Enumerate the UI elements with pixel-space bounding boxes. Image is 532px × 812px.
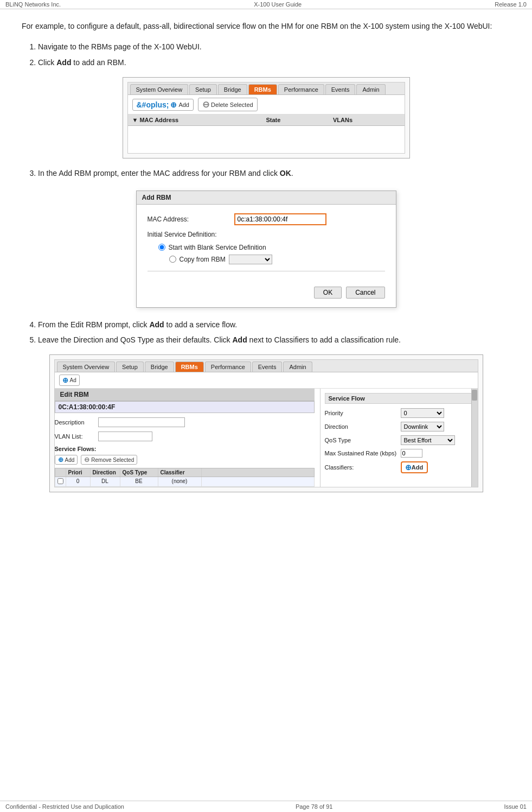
step-5: Leave the Direction and QoS Type as thei… xyxy=(38,334,510,346)
edit-nav-setup[interactable]: Setup xyxy=(116,361,144,372)
edit-rbm-screenshot: System Overview Setup Bridge RBMs Perfor… xyxy=(49,354,483,492)
add-button[interactable]: &#oplus; ⊕ Add xyxy=(132,99,194,111)
classifiers-label: Classifiers: xyxy=(325,464,401,471)
delete-selected-button[interactable]: ⊖ Delete Selected xyxy=(198,98,258,111)
edit-nav-rbms[interactable]: RBMs xyxy=(175,361,204,372)
classifiers-add-icon: ⊕ xyxy=(405,463,412,472)
mac-address-label: MAC Address: xyxy=(148,215,234,223)
sf-row-qos: BE xyxy=(120,477,158,486)
qos-select[interactable]: Best Effort xyxy=(401,435,455,445)
sf-table-row[interactable]: 0 DL BE (none) xyxy=(55,477,315,487)
dialog-body: MAC Address: Initial Service Definition:… xyxy=(137,205,396,287)
nav-tab-performance[interactable]: Performance xyxy=(278,84,324,94)
edit-desc-row: Description xyxy=(55,417,315,427)
edit-nav-admin[interactable]: Admin xyxy=(283,361,312,372)
nav-bar: System Overview Setup Bridge RBMs Perfor… xyxy=(128,83,405,95)
nav-tab-events[interactable]: Events xyxy=(325,84,356,94)
footer-left: Confidential - Restricted Use and Duplic… xyxy=(5,803,124,810)
cancel-button[interactable]: Cancel xyxy=(346,287,384,299)
radio-copy-label: Copy from RBM xyxy=(180,256,226,263)
radio-blank-input[interactable] xyxy=(158,244,165,251)
rbms-toolbar: &#oplus; ⊕ Add ⊖ Delete Selected xyxy=(128,95,405,115)
sf-add-button[interactable]: ⊕ Add xyxy=(55,455,78,465)
edit-desc-input[interactable] xyxy=(98,417,185,427)
nav-tab-setup[interactable]: Setup xyxy=(189,84,217,94)
sf-th-check xyxy=(55,468,66,477)
dialog-footer: OK Cancel xyxy=(137,287,396,307)
rbms-screenshot-inner: System Overview Setup Bridge RBMs Perfor… xyxy=(127,82,405,154)
edit-nav-events[interactable]: Events xyxy=(252,361,283,372)
sf-table-header: Priori Direction QoS Type Classifier xyxy=(55,468,315,477)
edit-rbm-panels: Edit RBM 0C:A1:38:00:00:4F Description V… xyxy=(55,389,478,487)
steps-list: Navigate to the RBMs page of the X-100 W… xyxy=(38,41,510,68)
max-rate-input[interactable] xyxy=(401,449,422,458)
radio-group: Start with Blank Service Definition Copy… xyxy=(158,244,385,264)
step-4: From the Edit RBM prompt, click Add to a… xyxy=(38,319,510,331)
direction-select[interactable]: Downlink xyxy=(401,422,444,432)
sf-plus-icon: ⊕ xyxy=(58,456,63,464)
nav-tab-bridge[interactable]: Bridge xyxy=(218,84,247,94)
sort-arrow: ▼ xyxy=(132,117,140,123)
right-maxrate-label: Max Sustained Rate (kbps) xyxy=(325,450,401,456)
col-state-header: State xyxy=(266,117,334,123)
step-3: In the Add RBM prompt, enter the MAC add… xyxy=(38,167,510,179)
edit-vlan-input[interactable] xyxy=(98,432,152,441)
radio-copy-input[interactable] xyxy=(169,256,176,263)
nav-tab-system-overview[interactable]: System Overview xyxy=(130,84,189,94)
step-3-container: In the Add RBM prompt, enter the MAC add… xyxy=(22,167,510,179)
nav-tab-admin[interactable]: Admin xyxy=(356,84,385,94)
edit-plus-icon: ⊕ xyxy=(62,376,68,384)
sf-toolbar: ⊕ Add ⊖ Remove Selected xyxy=(55,455,315,465)
copy-from-select[interactable] xyxy=(229,255,272,264)
edit-right-panel: Service Flow Priority 0 Direction Downli… xyxy=(321,389,478,487)
minus-circle-icon: ⊖ xyxy=(202,99,209,110)
step-3-list: In the Add RBM prompt, enter the MAC add… xyxy=(38,167,510,179)
dialog-title: Add RBM xyxy=(137,191,396,205)
sf-minus-icon: ⊖ xyxy=(84,456,89,464)
header-center: X-100 User Guide xyxy=(254,1,302,8)
steps-4-5-container: From the Edit RBM prompt, click Add to a… xyxy=(22,319,510,346)
main-content: For example, to configure a default, pas… xyxy=(0,9,532,534)
sf-remove-button[interactable]: ⊖ Remove Selected xyxy=(81,455,137,465)
sf-th-qos: QoS Type xyxy=(120,468,158,477)
radio-blank-label: Start with Blank Service Definition xyxy=(169,244,266,251)
dialog-divider xyxy=(148,271,385,271)
step-4-text: From the Edit RBM prompt, click Add to a… xyxy=(38,320,237,329)
edit-rbm-title: Edit RBM xyxy=(55,389,315,401)
edit-nav-system-overview[interactable]: System Overview xyxy=(57,361,116,372)
rbms-table-header: ▼ MAC Address State VLANs xyxy=(128,115,405,126)
right-direction-label: Direction xyxy=(325,423,401,430)
right-scrollbar[interactable] xyxy=(471,389,478,487)
rbms-table-body xyxy=(128,126,405,153)
radio-copy-row: Copy from RBM xyxy=(169,255,385,264)
sf-th-priority: Priori xyxy=(66,468,91,477)
edit-nav-performance[interactable]: Performance xyxy=(205,361,251,372)
plus-icon: &#oplus; xyxy=(137,100,169,109)
right-priority-label: Priority xyxy=(325,410,401,416)
sf-checkbox[interactable] xyxy=(57,478,63,484)
step-3-text: In the Add RBM prompt, enter the MAC add… xyxy=(38,169,293,177)
footer-right: Issue 01 xyxy=(504,803,527,810)
service-flows-label: Service Flows: xyxy=(55,446,315,452)
classifiers-add-button[interactable]: ⊕ Add xyxy=(401,461,428,473)
edit-nav-bar: System Overview Setup Bridge RBMs Perfor… xyxy=(55,360,478,372)
rbms-screenshot: System Overview Setup Bridge RBMs Perfor… xyxy=(123,77,410,158)
sf-row-direction: DL xyxy=(91,477,120,486)
sf-add-label: Add xyxy=(65,457,75,463)
add-circle-icon: ⊕ xyxy=(170,100,177,109)
edit-nav-bridge[interactable]: Bridge xyxy=(145,361,174,372)
sf-row-check xyxy=(55,477,66,486)
right-maxrate-row: Max Sustained Rate (kbps) xyxy=(325,449,473,458)
ok-button[interactable]: OK xyxy=(314,287,342,299)
header-right: Release 1.0 xyxy=(495,1,527,8)
edit-add-button[interactable]: ⊕ Ad xyxy=(59,375,80,386)
header-left: BLiNQ Networks Inc. xyxy=(5,1,61,8)
step-1-text: Navigate to the RBMs page of the X-100 W… xyxy=(38,42,202,51)
priority-select[interactable]: 0 xyxy=(401,408,444,418)
edit-desc-label: Description xyxy=(55,419,98,426)
page-footer: Confidential - Restricted Use and Duplic… xyxy=(0,801,532,812)
mac-address-input[interactable] xyxy=(234,213,326,225)
nav-tab-rbms[interactable]: RBMs xyxy=(248,84,277,94)
col-vlans-header: VLANs xyxy=(333,117,400,123)
edit-vlan-label: VLAN List: xyxy=(55,433,98,440)
